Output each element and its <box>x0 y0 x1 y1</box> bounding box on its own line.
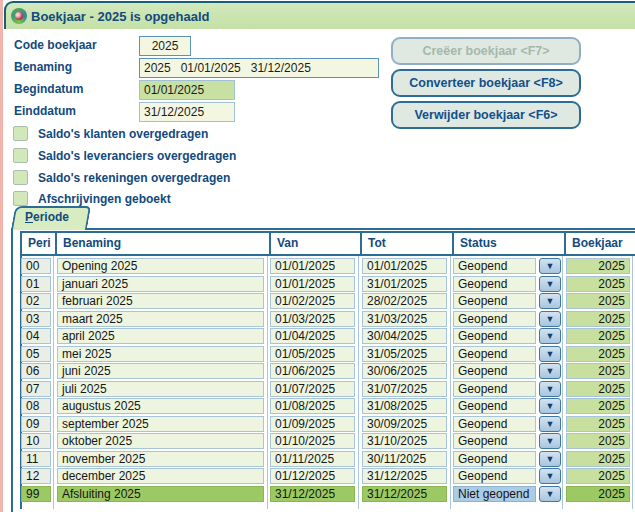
period-year-cell[interactable]: 2025 <box>566 346 630 362</box>
status-dropdown-button[interactable]: ▼ <box>539 381 561 397</box>
period-from-cell[interactable]: 01/01/2025 <box>270 276 355 292</box>
period-year-cell[interactable]: 2025 <box>566 451 630 467</box>
period-status-cell[interactable]: Geopend <box>453 346 536 362</box>
period-from-cell[interactable]: 01/03/2025 <box>270 311 355 327</box>
converteer-boekjaar-button[interactable]: Converteer boekjaar <F8> <box>391 69 581 97</box>
begindatum-field[interactable]: 01/01/2025 <box>139 80 235 100</box>
saldos-leveranciers-checkbox[interactable] <box>13 148 28 163</box>
period-to-cell[interactable]: 31/08/2025 <box>362 398 447 414</box>
period-name-cell[interactable]: december 2025 <box>57 468 264 484</box>
period-name-cell[interactable]: september 2025 <box>57 416 264 432</box>
period-name-cell[interactable]: augustus 2025 <box>57 398 264 414</box>
period-to-cell[interactable]: 31/05/2025 <box>362 346 447 362</box>
status-dropdown-button[interactable]: ▼ <box>539 311 561 327</box>
period-to-cell[interactable]: 31/12/2025 <box>362 486 447 502</box>
period-code-cell[interactable]: 04 <box>21 328 51 344</box>
period-name-cell[interactable]: mei 2025 <box>57 346 264 362</box>
period-status-cell[interactable]: Geopend <box>453 363 536 379</box>
status-dropdown-button[interactable]: ▼ <box>539 276 561 292</box>
period-from-cell[interactable]: 01/01/2025 <box>270 258 355 274</box>
period-year-cell[interactable]: 2025 <box>566 328 630 344</box>
period-status-cell[interactable]: Geopend <box>453 398 536 414</box>
period-year-cell[interactable]: 2025 <box>566 311 630 327</box>
period-to-cell[interactable]: 28/02/2025 <box>362 293 447 309</box>
period-code-cell[interactable]: 06 <box>21 363 51 379</box>
period-name-cell[interactable]: januari 2025 <box>57 276 264 292</box>
period-from-cell[interactable]: 01/09/2025 <box>270 416 355 432</box>
period-code-cell[interactable]: 08 <box>21 398 51 414</box>
period-name-cell[interactable]: Opening 2025 <box>57 258 264 274</box>
period-from-cell[interactable]: 01/06/2025 <box>270 363 355 379</box>
period-from-cell[interactable]: 01/04/2025 <box>270 328 355 344</box>
period-code-cell[interactable]: 01 <box>21 276 51 292</box>
period-to-cell[interactable]: 31/10/2025 <box>362 433 447 449</box>
period-year-cell[interactable]: 2025 <box>566 276 630 292</box>
benaming-field[interactable]: 2025 01/01/2025 31/12/2025 <box>139 58 379 78</box>
period-name-cell[interactable]: april 2025 <box>57 328 264 344</box>
period-from-cell[interactable]: 01/12/2025 <box>270 468 355 484</box>
period-status-cell[interactable]: Geopend <box>453 311 536 327</box>
period-code-cell[interactable]: 11 <box>21 451 51 467</box>
period-from-cell[interactable]: 01/07/2025 <box>270 381 355 397</box>
period-from-cell[interactable]: 01/05/2025 <box>270 346 355 362</box>
status-dropdown-button[interactable]: ▼ <box>539 398 561 414</box>
period-year-cell[interactable]: 2025 <box>566 468 630 484</box>
status-dropdown-button[interactable]: ▼ <box>539 363 561 379</box>
saldos-klanten-checkbox[interactable] <box>13 126 28 141</box>
period-status-cell[interactable]: Geopend <box>453 451 536 467</box>
period-to-cell[interactable]: 30/06/2025 <box>362 363 447 379</box>
period-status-cell[interactable]: Geopend <box>453 416 536 432</box>
period-code-cell[interactable]: 09 <box>21 416 51 432</box>
period-name-cell[interactable]: november 2025 <box>57 451 264 467</box>
period-name-cell[interactable]: juni 2025 <box>57 363 264 379</box>
period-to-cell[interactable]: 30/09/2025 <box>362 416 447 432</box>
period-code-cell[interactable]: 00 <box>21 258 51 274</box>
period-year-cell[interactable]: 2025 <box>566 486 630 502</box>
status-dropdown-button[interactable]: ▼ <box>539 486 561 502</box>
period-status-cell[interactable]: Geopend <box>453 468 536 484</box>
period-year-cell[interactable]: 2025 <box>566 381 630 397</box>
period-to-cell[interactable]: 31/07/2025 <box>362 381 447 397</box>
code-boekjaar-field[interactable]: 2025 <box>139 36 191 56</box>
status-dropdown-button[interactable]: ▼ <box>539 433 561 449</box>
verwijder-boekjaar-button[interactable]: Verwijder boekjaar <F6> <box>391 101 581 129</box>
period-code-cell[interactable]: 10 <box>21 433 51 449</box>
period-from-cell[interactable]: 01/10/2025 <box>270 433 355 449</box>
period-name-cell[interactable]: Afsluiting 2025 <box>57 486 264 502</box>
period-code-cell[interactable]: 99 <box>21 486 51 502</box>
period-status-cell[interactable]: Geopend <box>453 381 536 397</box>
period-name-cell[interactable]: maart 2025 <box>57 311 264 327</box>
period-to-cell[interactable]: 31/12/2025 <box>362 468 447 484</box>
period-year-cell[interactable]: 2025 <box>566 363 630 379</box>
period-to-cell[interactable]: 31/03/2025 <box>362 311 447 327</box>
period-from-cell[interactable]: 01/08/2025 <box>270 398 355 414</box>
creeer-boekjaar-button[interactable]: Creëer boekjaar <F7> <box>391 37 581 65</box>
period-year-cell[interactable]: 2025 <box>566 416 630 432</box>
status-dropdown-button[interactable]: ▼ <box>539 346 561 362</box>
period-from-cell[interactable]: 01/11/2025 <box>270 451 355 467</box>
period-status-cell[interactable]: Geopend <box>453 276 536 292</box>
period-code-cell[interactable]: 12 <box>21 468 51 484</box>
status-dropdown-button[interactable]: ▼ <box>539 468 561 484</box>
period-code-cell[interactable]: 03 <box>21 311 51 327</box>
status-dropdown-button[interactable]: ▼ <box>539 328 561 344</box>
period-to-cell[interactable]: 30/11/2025 <box>362 451 447 467</box>
period-name-cell[interactable]: februari 2025 <box>57 293 264 309</box>
period-name-cell[interactable]: juli 2025 <box>57 381 264 397</box>
period-name-cell[interactable]: oktober 2025 <box>57 433 264 449</box>
status-dropdown-button[interactable]: ▼ <box>539 451 561 467</box>
saldos-rekeningen-checkbox[interactable] <box>13 170 28 185</box>
period-code-cell[interactable]: 07 <box>21 381 51 397</box>
status-dropdown-button[interactable]: ▼ <box>539 258 561 274</box>
period-year-cell[interactable]: 2025 <box>566 258 630 274</box>
period-status-cell[interactable]: Geopend <box>453 258 536 274</box>
period-from-cell[interactable]: 01/02/2025 <box>270 293 355 309</box>
period-code-cell[interactable]: 02 <box>21 293 51 309</box>
period-status-cell[interactable]: Niet geopend <box>453 486 536 502</box>
period-to-cell[interactable]: 31/01/2025 <box>362 276 447 292</box>
period-to-cell[interactable]: 30/04/2025 <box>362 328 447 344</box>
period-year-cell[interactable]: 2025 <box>566 293 630 309</box>
period-code-cell[interactable]: 05 <box>21 346 51 362</box>
afschrijvingen-checkbox[interactable] <box>13 191 28 206</box>
tab-periode[interactable]: Periode <box>13 206 89 230</box>
